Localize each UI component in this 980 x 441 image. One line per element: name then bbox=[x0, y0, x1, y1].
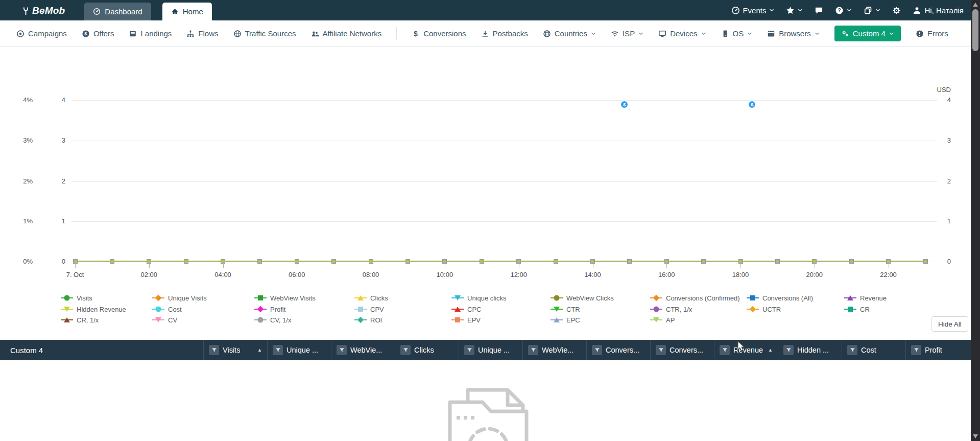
filter-button[interactable] bbox=[656, 345, 666, 355]
column-header-unique[interactable]: Unique ... bbox=[267, 340, 331, 360]
legend-item-epc[interactable]: EPC bbox=[551, 316, 580, 324]
legend-item-epv[interactable]: EPV bbox=[451, 316, 481, 324]
legend-item-ap[interactable]: AP bbox=[650, 316, 675, 324]
data-point-marker[interactable] bbox=[923, 259, 928, 264]
legend-item-revenue[interactable]: Revenue bbox=[844, 294, 887, 302]
filter-button[interactable] bbox=[592, 345, 602, 355]
legend-item-cost[interactable]: Cost bbox=[152, 305, 182, 313]
help-menu[interactable]: ? bbox=[835, 6, 852, 15]
scroll-up-arrow[interactable] bbox=[973, 3, 978, 7]
data-point-marker[interactable] bbox=[184, 259, 188, 264]
nav-item-landings[interactable]: Landings bbox=[129, 29, 172, 38]
nav-item-devices[interactable]: Devices bbox=[658, 29, 706, 38]
legend-item-uctr[interactable]: UCTR bbox=[747, 305, 781, 313]
legend-item-hidden-revenue[interactable]: Hidden Revenue bbox=[61, 305, 126, 313]
filter-button[interactable] bbox=[783, 345, 794, 355]
column-header-webvie[interactable]: WebVie... bbox=[522, 340, 586, 360]
filter-button[interactable] bbox=[400, 345, 411, 355]
filter-button[interactable] bbox=[911, 345, 921, 355]
nav-item-os[interactable]: OS bbox=[721, 29, 753, 38]
svg-text:?: ? bbox=[838, 8, 841, 13]
group-column-header[interactable]: Custom 4 bbox=[0, 340, 203, 360]
column-header-webvie[interactable]: WebVie... bbox=[331, 340, 395, 360]
column-header-clicks[interactable]: Clicks bbox=[395, 340, 459, 360]
bemob-logo[interactable]: BeMob bbox=[21, 5, 65, 16]
legend-item-visits[interactable]: Visits bbox=[61, 294, 92, 302]
legend-item-conversions-confirmed[interactable]: Conversions (Confirmed) bbox=[650, 294, 740, 302]
legend-item-cr[interactable]: CR bbox=[844, 305, 870, 313]
chat-button[interactable] bbox=[815, 6, 823, 15]
tab-dashboard[interactable]: Dashboard bbox=[84, 3, 151, 20]
filter-button[interactable] bbox=[209, 345, 219, 355]
legend-item-cpv[interactable]: CPV bbox=[354, 305, 384, 313]
nav-item-custom-4[interactable]: Custom 4 bbox=[834, 26, 901, 41]
legend-item-cv-1-x[interactable]: CV, 1/x bbox=[254, 316, 291, 324]
tab-home[interactable]: Home bbox=[162, 3, 212, 20]
data-point-marker[interactable] bbox=[331, 259, 336, 264]
chat-icon bbox=[815, 6, 823, 15]
legend-item-clicks[interactable]: Clicks bbox=[354, 294, 388, 302]
legend-label: Profit bbox=[270, 306, 285, 313]
column-header-hidden[interactable]: Hidden ... bbox=[778, 340, 842, 360]
column-header-convers[interactable]: Convers... bbox=[650, 340, 714, 360]
nav-item-countries[interactable]: Countries bbox=[543, 29, 596, 38]
landing-icon bbox=[129, 30, 137, 38]
column-header-revenue[interactable]: Revenue▲ bbox=[714, 340, 778, 360]
data-point-marker[interactable] bbox=[849, 259, 854, 264]
settings-button[interactable] bbox=[892, 6, 901, 15]
hide-all-button[interactable]: Hide All bbox=[931, 316, 968, 332]
y-axis-count-label: 4 bbox=[51, 96, 65, 104]
filter-button[interactable] bbox=[337, 345, 347, 355]
nav-item-offers[interactable]: $Offers bbox=[82, 29, 114, 38]
scrollbar-thumb[interactable] bbox=[972, 9, 978, 51]
legend-item-ctr[interactable]: CTR bbox=[551, 305, 580, 313]
legend-item-ctr-1-x[interactable]: CTR, 1/x bbox=[650, 305, 692, 313]
nav-item-isp[interactable]: ISP bbox=[611, 29, 643, 38]
legend-item-conversions-all[interactable]: Conversions (All) bbox=[747, 294, 813, 302]
legend-item-cr-1-x[interactable]: CR, 1/x bbox=[61, 316, 99, 324]
legend-item-cpc[interactable]: CPC bbox=[451, 305, 481, 313]
nav-item-campaigns[interactable]: Campaigns bbox=[16, 29, 67, 38]
filter-button[interactable] bbox=[273, 345, 283, 355]
nav-item-postbacks[interactable]: Postbacks bbox=[481, 29, 528, 38]
nav-item-conversions[interactable]: $Conversions bbox=[412, 29, 466, 38]
filter-button[interactable] bbox=[720, 345, 730, 355]
legend-item-webview-clicks[interactable]: WebView Clicks bbox=[551, 294, 614, 302]
column-header-profit[interactable]: Profit bbox=[905, 340, 969, 360]
legend-item-unique-visits[interactable]: Unique Visits bbox=[152, 294, 207, 302]
data-point-marker[interactable] bbox=[257, 259, 262, 264]
data-point-marker[interactable] bbox=[627, 259, 632, 264]
nav-item-browsers[interactable]: Browsers bbox=[767, 29, 820, 38]
nav-item-traffic-sources[interactable]: Traffic Sources bbox=[233, 29, 296, 38]
favorites-menu[interactable] bbox=[786, 6, 803, 15]
legend-item-profit[interactable]: Profit bbox=[254, 305, 285, 313]
column-header-cost[interactable]: Cost bbox=[842, 340, 905, 360]
data-point-marker[interactable] bbox=[701, 259, 706, 264]
data-point-marker[interactable] bbox=[554, 259, 558, 264]
nav-item-flows[interactable]: Flows bbox=[186, 29, 218, 38]
legend-item-unique-clicks[interactable]: Unique clicks bbox=[451, 294, 507, 302]
scroll-down-arrow[interactable] bbox=[973, 434, 978, 438]
nav-item-affiliate-networks[interactable]: Affiliate Networks bbox=[311, 29, 382, 38]
legend-item-cv[interactable]: CV bbox=[152, 316, 177, 324]
user-menu[interactable]: Hi, Наталія bbox=[913, 6, 964, 15]
legend-item-roi[interactable]: ROI bbox=[354, 316, 382, 324]
data-point-marker[interactable] bbox=[110, 259, 114, 264]
filter-button[interactable] bbox=[528, 345, 538, 355]
data-point-marker[interactable] bbox=[480, 259, 484, 264]
filter-button[interactable] bbox=[847, 345, 857, 355]
legend-item-webview-visits[interactable]: WebView Visits bbox=[254, 294, 316, 302]
nav-item-errors[interactable]: Errors bbox=[916, 29, 948, 38]
vertical-scrollbar[interactable] bbox=[971, 0, 980, 441]
column-header-convers[interactable]: Convers... bbox=[586, 340, 650, 360]
column-header-visits[interactable]: Visits▲ bbox=[203, 340, 267, 360]
events-menu[interactable]: Events bbox=[731, 6, 775, 15]
x-axis-tick bbox=[889, 263, 889, 268]
filter-button[interactable] bbox=[464, 345, 474, 355]
workspaces-menu[interactable] bbox=[864, 6, 880, 15]
column-label: Convers... bbox=[606, 346, 639, 354]
data-point-marker[interactable] bbox=[775, 259, 780, 264]
legend-label: WebView Clicks bbox=[566, 294, 614, 302]
data-point-marker[interactable] bbox=[405, 259, 410, 264]
column-header-unique[interactable]: Unique ... bbox=[459, 340, 522, 360]
